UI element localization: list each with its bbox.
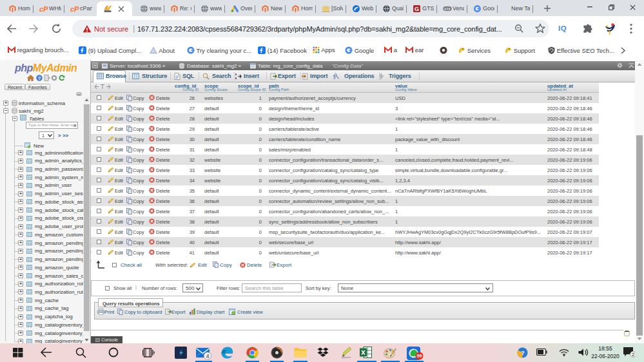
svg-text:?: ?	[521, 350, 525, 356]
svg-text:G: G	[415, 6, 419, 12]
svg-text:?: ?	[38, 75, 41, 81]
svg-text:cP: cP	[70, 5, 79, 13]
svg-text:cP: cP	[39, 5, 48, 13]
svg-text:GTX: GTX	[444, 8, 450, 11]
svg-text:99: 99	[417, 354, 422, 358]
svg-text:2: 2	[632, 352, 634, 357]
svg-text:4: 4	[206, 353, 210, 359]
